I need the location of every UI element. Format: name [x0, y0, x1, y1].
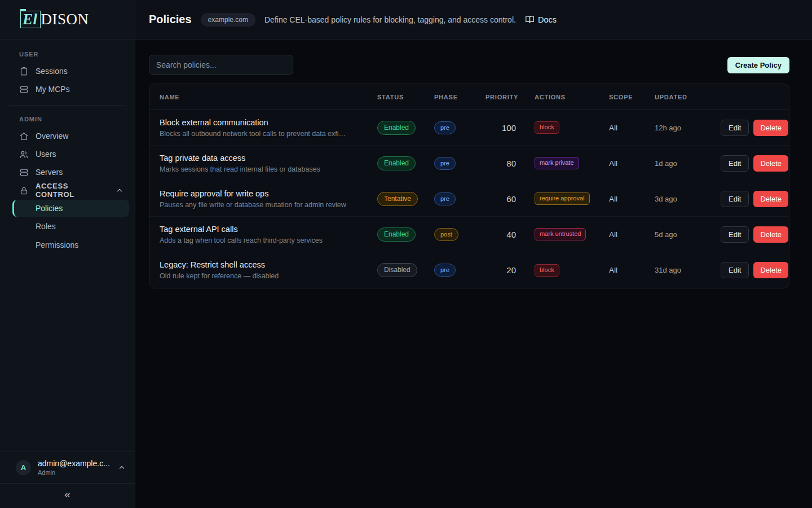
priority-value: 80: [486, 159, 535, 168]
delete-button[interactable]: Delete: [753, 226, 788, 243]
table-header-row: NAME STATUS PHASE PRIORITY ACTIONS SCOPE…: [149, 84, 789, 110]
account-section: A admin@example.c... Admin «: [0, 452, 135, 508]
sidebar-divider: [9, 105, 126, 106]
column-header-priority: PRIORITY: [486, 94, 535, 100]
sidebar-item-label: My MCPs: [36, 85, 70, 94]
environment-badge: example.com: [201, 13, 255, 27]
sidebar-item-permissions[interactable]: Permissions: [0, 236, 135, 254]
sidebar: ElDISON USER Sessions My MCPs ADMIN Over…: [0, 0, 135, 508]
create-policy-button[interactable]: Create Policy: [727, 57, 789, 73]
updated-value: 1d ago: [655, 159, 721, 168]
scope-value: All: [609, 124, 655, 132]
action-badge: mark untrusted: [535, 228, 586, 240]
main-content: Policies example.com Define CEL-based po…: [135, 0, 812, 508]
chevron-up-icon: [118, 463, 126, 471]
sidebar-item-label: Policies: [36, 204, 63, 213]
policy-description: Adds a tag when tool calls reach third-p…: [160, 237, 366, 244]
edit-button[interactable]: Edit: [721, 262, 749, 278]
column-header-updated: UPDATED: [655, 94, 721, 100]
status-badge: Disabled: [377, 263, 417, 277]
priority-value: 60: [486, 194, 535, 204]
sidebar-item-overview[interactable]: Overview: [0, 127, 135, 145]
nav-section-admin: ADMIN: [0, 112, 135, 127]
policy-name-cell: Legacy: Restrict shell access Old rule k…: [160, 260, 377, 280]
book-open-icon: [525, 15, 535, 24]
sidebar-collapse-button[interactable]: «: [0, 483, 135, 508]
sidebar-nav: USER Sessions My MCPs ADMIN Overview: [0, 40, 135, 452]
edit-button[interactable]: Edit: [721, 155, 749, 172]
delete-button[interactable]: Delete: [753, 262, 788, 278]
policy-name-cell: Tag private data access Marks sessions t…: [160, 154, 377, 173]
users-icon: [19, 150, 29, 159]
table-row: Tag external API calls Adds a tag when t…: [149, 217, 789, 252]
page-header: Policies example.com Define CEL-based po…: [135, 0, 812, 40]
sidebar-group-access-control[interactable]: ACCESS CONTROL: [0, 181, 135, 199]
docs-link[interactable]: Docs: [525, 15, 557, 24]
sidebar-item-users[interactable]: Users: [0, 145, 135, 163]
avatar: A: [16, 460, 31, 475]
home-icon: [19, 132, 29, 141]
policy-description: Marks sessions that read internal files …: [160, 165, 366, 173]
policy-name: Tag private data access: [160, 154, 366, 163]
sidebar-item-label: Servers: [36, 168, 63, 177]
edit-button[interactable]: Edit: [721, 226, 749, 243]
sidebar-item-label: Permissions: [36, 240, 78, 249]
policy-name: Require approval for write ops: [160, 189, 366, 198]
action-badge: mark private: [535, 157, 579, 169]
action-badge: block: [535, 264, 559, 277]
sidebar-group-label: ACCESS CONTROL: [36, 182, 109, 199]
delete-button[interactable]: Delete: [753, 191, 788, 207]
server-icon: [19, 168, 29, 177]
phase-badge: pre: [434, 157, 456, 170]
column-header-actions: ACTIONS: [535, 94, 609, 100]
table-row: Tag private data access Marks sessions t…: [149, 146, 789, 181]
column-header-status: STATUS: [377, 94, 434, 100]
server-icon: [19, 85, 29, 94]
scope-value: All: [609, 230, 655, 239]
column-header-name: NAME: [160, 94, 377, 100]
policy-name-cell: Block external communication Blocks all …: [160, 118, 377, 138]
action-badge: require approval: [535, 192, 590, 205]
updated-value: 3d ago: [655, 195, 721, 203]
scope-value: All: [609, 266, 655, 274]
sidebar-item-sessions[interactable]: Sessions: [0, 62, 135, 80]
phase-badge: post: [434, 228, 458, 241]
account-role: Admin: [38, 469, 110, 476]
page-title: Policies: [149, 13, 192, 26]
priority-value: 20: [486, 265, 535, 275]
edit-button[interactable]: Edit: [721, 191, 749, 207]
policy-name: Tag external API calls: [160, 225, 366, 234]
search-input[interactable]: [149, 55, 293, 75]
policy-name-cell: Tag external API calls Adds a tag when t…: [160, 225, 377, 244]
logo-boxed-text: El: [20, 11, 41, 28]
column-header-scope: SCOPE: [609, 94, 655, 100]
sidebar-item-servers[interactable]: Servers: [0, 163, 135, 181]
phase-badge: pre: [434, 121, 456, 134]
priority-value: 100: [486, 123, 535, 133]
table-row: Require approval for write ops Pauses an…: [149, 181, 789, 217]
sidebar-item-my-mcps[interactable]: My MCPs: [0, 80, 135, 98]
column-header-phase: PHASE: [434, 94, 486, 100]
delete-button[interactable]: Delete: [753, 120, 788, 136]
sidebar-item-label: Roles: [36, 222, 56, 231]
account-menu-trigger[interactable]: A admin@example.c... Admin: [0, 452, 135, 483]
priority-value: 40: [486, 230, 535, 239]
policy-description: Blocks all outbound network tool calls t…: [160, 130, 366, 138]
lock-icon: [19, 186, 29, 195]
collapse-chevrons-icon: «: [64, 488, 70, 508]
phase-badge: pre: [434, 264, 456, 277]
action-badge: block: [535, 121, 559, 134]
policy-name: Legacy: Restrict shell access: [160, 260, 366, 269]
account-email: admin@example.c...: [38, 459, 110, 468]
status-badge: Enabled: [377, 227, 416, 242]
sidebar-item-label: Sessions: [36, 67, 68, 76]
policy-name-cell: Require approval for write ops Pauses an…: [160, 189, 377, 209]
delete-button[interactable]: Delete: [753, 155, 788, 172]
sidebar-item-policies[interactable]: Policies: [12, 200, 129, 217]
edit-button[interactable]: Edit: [721, 120, 749, 136]
scope-value: All: [609, 159, 655, 168]
scope-value: All: [609, 195, 655, 203]
nav-section-user: USER: [0, 47, 135, 62]
sidebar-item-roles[interactable]: Roles: [0, 217, 135, 235]
content-area: Create Policy NAME STATUS PHASE PRIORITY…: [135, 40, 812, 508]
